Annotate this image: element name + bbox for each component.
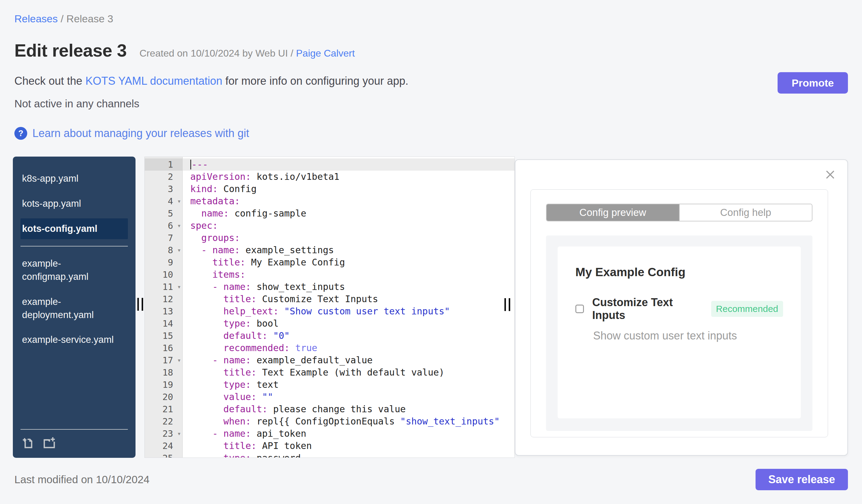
code-token: My Example Config — [246, 257, 345, 268]
line-number[interactable]: 20 — [145, 391, 182, 403]
line-number[interactable]: 5 — [145, 207, 182, 220]
code-line[interactable]: title: My Example Config — [183, 256, 514, 268]
code-line[interactable]: type: bool — [183, 317, 514, 330]
sidebar-resize-handle[interactable] — [138, 298, 143, 311]
line-number[interactable]: 19 — [145, 379, 182, 391]
line-number[interactable]: 3 — [145, 183, 182, 195]
file-item-example-service-yaml[interactable]: example-service.yaml — [21, 329, 128, 350]
resize-grip-bar — [509, 298, 510, 311]
line-number[interactable]: 23▾ — [145, 427, 182, 440]
fold-arrow-icon[interactable]: ▾ — [177, 244, 181, 256]
file-item-example-configmap-yaml[interactable]: example-configmap.yaml — [21, 253, 128, 288]
code-token: title: — [190, 367, 257, 378]
sidebar-divider — [21, 246, 128, 247]
line-number[interactable]: 18 — [145, 367, 182, 379]
code-line[interactable]: kind: Config — [183, 183, 514, 195]
file-label: kots-app.yaml — [22, 197, 114, 210]
fold-arrow-icon[interactable]: ▾ — [177, 220, 181, 232]
config-tabs: Config previewConfig help — [546, 204, 812, 222]
code-line[interactable]: title: Text Example (with default value) — [183, 367, 514, 379]
git-releases-link[interactable]: Learn about managing your releases with … — [32, 127, 249, 140]
fold-arrow-icon[interactable]: ▾ — [177, 195, 181, 207]
code-line[interactable]: - name: show_text_inputs — [183, 281, 514, 293]
file-label: example-service.yaml — [22, 333, 114, 346]
tab-config-help[interactable]: Config help — [679, 204, 812, 221]
code-line[interactable]: title: Customize Text Inputs — [183, 293, 514, 305]
code-line[interactable]: items: — [183, 268, 514, 281]
code-line[interactable]: recommended: true — [183, 342, 514, 354]
line-number[interactable]: 10 — [145, 268, 182, 281]
code-line[interactable]: value: "" — [183, 391, 514, 403]
code-line[interactable]: - name: example_settings — [183, 244, 514, 256]
code-token: Customize Text Inputs — [257, 294, 378, 304]
add-file-icon[interactable] — [21, 436, 35, 450]
code-line[interactable]: --- — [183, 158, 514, 171]
code-line[interactable]: default: please change this value — [183, 403, 514, 415]
line-number[interactable]: 11▾ — [145, 281, 182, 293]
code-line[interactable]: when: repl{{ ConfigOptionEquals "show_te… — [183, 415, 514, 427]
code-line[interactable]: name: config-sample — [183, 207, 514, 220]
line-number[interactable]: 25 — [145, 452, 182, 458]
code-line[interactable]: default: "0" — [183, 330, 514, 342]
editor-code-area[interactable]: ---apiVersion: kots.io/v1beta1kind: Conf… — [183, 157, 514, 457]
line-number[interactable]: 1 — [145, 158, 182, 171]
code-line[interactable]: help_text: "Show custom user text inputs… — [183, 305, 514, 317]
docs-hint-suffix: for more info on configuring your app. — [222, 75, 408, 87]
customize-text-inputs-checkbox[interactable] — [575, 305, 584, 313]
line-number[interactable]: 14 — [145, 317, 182, 330]
line-number[interactable]: 17▾ — [145, 354, 182, 367]
code-line[interactable]: groups: — [183, 232, 514, 244]
file-item-k8s-app-yaml[interactable]: k8s-app.yaml — [21, 168, 128, 189]
file-item-kots-config-yaml[interactable]: kots-config.yaml — [21, 218, 128, 239]
code-token: "Show custom user text inputs" — [279, 306, 450, 317]
save-release-button[interactable]: Save release — [756, 469, 848, 490]
editor-panel-resize-handle[interactable] — [505, 298, 510, 311]
code-line[interactable]: - name: example_default_value — [183, 354, 514, 367]
line-number[interactable]: 22 — [145, 415, 182, 427]
code-line[interactable]: apiVersion: kots.io/v1beta1 — [183, 171, 514, 183]
code-token: kots.io/v1beta1 — [251, 171, 340, 182]
question-mark-circle-icon[interactable]: ? — [14, 127, 27, 140]
fold-arrow-icon[interactable]: ▾ — [177, 427, 181, 440]
code-line[interactable]: type: text — [183, 379, 514, 391]
breadcrumb-releases-link[interactable]: Releases — [14, 13, 58, 25]
code-token: password — [251, 453, 301, 457]
kots-yaml-docs-link[interactable]: KOTS YAML documentation — [85, 75, 222, 87]
file-item-kots-app-yaml[interactable]: kots-app.yaml — [21, 193, 128, 214]
code-token: default: — [190, 404, 267, 414]
code-line[interactable]: type: password — [183, 452, 514, 457]
code-line[interactable]: - name: api_token — [183, 427, 514, 440]
line-number[interactable]: 8▾ — [145, 244, 182, 256]
line-number[interactable]: 12 — [145, 293, 182, 305]
fold-arrow-icon[interactable]: ▾ — [177, 281, 181, 293]
line-number[interactable]: 21 — [145, 403, 182, 415]
promote-button[interactable]: Promote — [778, 72, 848, 94]
config-option-row: Customize Text Inputs Recommended — [575, 296, 783, 322]
code-line[interactable]: metadata: — [183, 195, 514, 207]
code-token: true — [290, 343, 317, 353]
line-number[interactable]: 7 — [145, 232, 182, 244]
line-number[interactable]: 9 — [145, 256, 182, 268]
line-number[interactable]: 15 — [145, 330, 182, 342]
code-token: please change this value — [267, 404, 406, 414]
line-number[interactable]: 6▾ — [145, 220, 182, 232]
line-number[interactable]: 2 — [145, 171, 182, 183]
recommended-badge: Recommended — [711, 301, 783, 317]
tab-config-preview[interactable]: Config preview — [547, 204, 679, 221]
page-header: Releases / Release 3 Edit release 3 Crea… — [0, 0, 862, 140]
created-author-link[interactable]: Paige Calvert — [296, 48, 355, 59]
yaml-code-editor[interactable]: 1234▾56▾78▾91011▾121314151617▾1819202122… — [144, 157, 515, 458]
close-icon[interactable] — [824, 169, 836, 181]
code-token: spec: — [190, 220, 218, 231]
code-line[interactable]: spec: — [183, 220, 514, 232]
file-label: example-deployment.yaml — [22, 295, 114, 322]
add-folder-icon[interactable] — [42, 436, 56, 450]
fold-arrow-icon[interactable]: ▾ — [177, 354, 181, 367]
line-number[interactable]: 13 — [145, 305, 182, 317]
line-number[interactable]: 16 — [145, 342, 182, 354]
code-token: - name: — [190, 245, 240, 255]
code-line[interactable]: title: API token — [183, 440, 514, 452]
file-item-example-deployment-yaml[interactable]: example-deployment.yaml — [21, 291, 128, 326]
line-number[interactable]: 24 — [145, 440, 182, 452]
line-number[interactable]: 4▾ — [145, 195, 182, 207]
